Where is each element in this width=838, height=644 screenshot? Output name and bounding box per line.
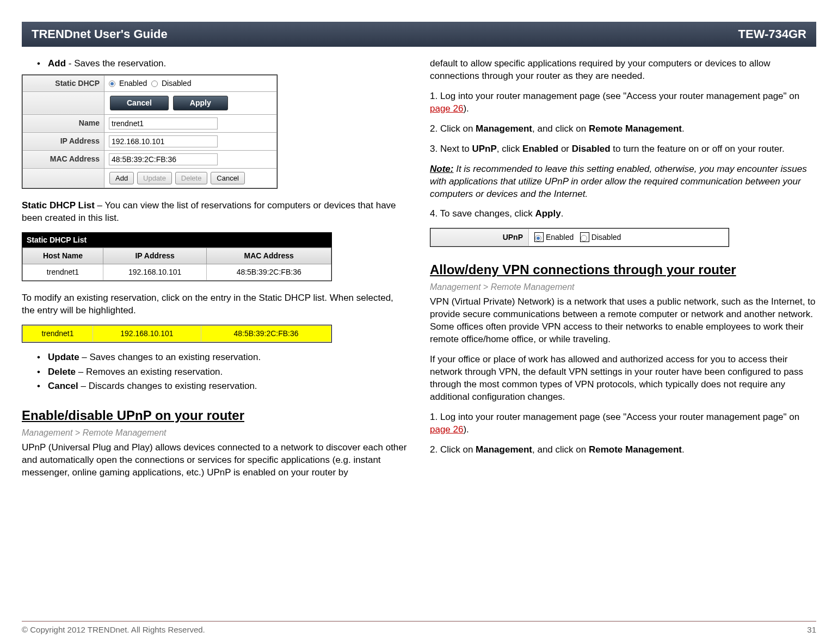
step-3: 3. Next to UPnP, click Enabled or Disabl… [430,143,816,156]
apply-button[interactable]: Apply [173,96,228,110]
mac-input[interactable] [109,153,218,165]
upnp-disabled-radio-icon[interactable] [581,235,587,242]
name-label: Name [23,114,104,132]
radio-enabled-icon[interactable] [109,81,115,87]
static-dhcp-label: Static DHCP [23,75,104,91]
note: Note: It is recommended to leave this se… [430,163,816,201]
footer: © Copyright 2012 TRENDnet. All Rights Re… [22,621,816,634]
upnp-paragraph: UPnP (Universal Plug and Play) allows de… [22,442,408,479]
note-label: Note: [430,164,453,174]
right-column: default to allow specific applications r… [430,58,816,487]
page-number: 31 [807,625,816,634]
breadcrumb: Management > Remote Management [22,427,408,439]
cell-ip: 192.168.10.101 [103,264,206,280]
doc-title: TRENDnet User's Guide [32,27,168,41]
upnp-setting: UPnP Enabled Disabled [430,228,729,247]
bullet-cancel: Cancel – Discards changes to existing re… [37,380,408,393]
bullet-delete: Delete – Removes an existing reservation… [37,366,408,379]
step-1: 1. Log into your router management page … [430,90,816,115]
section-upnp: Enable/disable UPnP on your router [22,407,408,424]
static-dhcp-form: Static DHCP Enabled Disabled Cancel Appl… [22,75,278,189]
del-b: Delete [48,367,76,377]
enabled-text: Enabled [119,79,147,88]
upnp-enabled-radio-icon[interactable] [535,235,541,242]
col-ip: IP Address [103,248,206,264]
can-b: Cancel [48,381,78,391]
ip-input[interactable] [109,135,218,147]
continued-text: default to allow specific applications r… [430,58,816,83]
bullet-add: Add - Saves the reservation. [37,58,408,70]
cancel2-button[interactable]: Cancel [211,172,244,185]
vpn-step-2: 2. Click on Management, and click on Rem… [430,444,816,456]
col-mac: MAC Address [207,248,331,264]
name-input[interactable] [109,117,218,129]
delete-button[interactable]: Delete [175,172,208,185]
disabled-text: Disabled [162,79,191,88]
table-row[interactable]: trendnet1 192.168.10.101 48:5B:39:2C:FB:… [23,264,331,280]
breadcrumb: Management > Remote Management [430,281,816,293]
divider [22,621,816,622]
vpn-para-1: VPN (Virtual Private) Network) is a netw… [430,296,816,346]
static-dhcp-list: Static DHCP List Host Name IP Address MA… [22,232,332,281]
bullet-update: Update – Saves changes to an existing re… [37,351,408,364]
section-vpn: Allow/deny VPN connections through your … [430,261,816,278]
del-rest: – Removes an existing reservation. [76,367,223,377]
vpn-step-1: 1. Log into your router management page … [430,411,816,436]
note-text: It is recommended to leave this setting … [430,164,807,199]
modify-text: To modify an existing reservation, click… [22,292,408,317]
add-desc: - Saves the reservation. [66,58,166,69]
cell-host: trendnet1 [23,264,103,280]
cancel-button[interactable]: Cancel [110,96,169,110]
step-4: 4. To save changes, click Apply. [430,208,816,220]
mac-label: MAC Address [23,150,104,168]
doc-model: TEW-734GR [738,27,806,41]
left-column: Add - Saves the reservation. Static DHCP… [22,58,408,487]
update-button[interactable]: Update [137,172,172,185]
step-2: 2. Click on Management, and click on Rem… [430,123,816,135]
upd-rest: – Saves changes to an existing reservati… [79,352,261,362]
copyright: © Copyright 2012 TRENDnet. All Rights Re… [22,625,205,634]
list-title: Static DHCP List [22,233,331,247]
highlighted-row[interactable]: trendnet1 192.168.10.101 48:5B:39:2C:FB:… [22,325,332,343]
static-dhcp-value: Enabled Disabled [104,75,277,91]
upnp-disabled-text: Disabled [591,233,621,242]
hl-mac: 48:5B:39:2C:FB:36 [201,325,331,342]
doc-header: TRENDnet User's Guide TEW-734GR [22,22,816,47]
upnp-enabled-text: Enabled [546,233,574,242]
page-26-link[interactable]: page 26 [430,103,463,114]
add-label: Add [48,58,66,69]
vpn-para-2: If your office or place of work has allo… [430,354,816,404]
list-intro: Static DHCP List – You can view the list… [22,200,408,225]
radio-disabled-icon[interactable] [151,81,158,87]
col-host: Host Name [23,248,103,264]
can-rest: – Discards changes to existing reservati… [78,381,257,391]
cell-mac: 48:5B:39:2C:FB:36 [207,264,331,280]
upnp-label: UPnP [431,229,529,246]
ip-label: IP Address [23,132,104,150]
hl-ip: 192.168.10.101 [93,325,201,342]
list-intro-b: Static DHCP List [22,200,95,210]
page-26-link[interactable]: page 26 [430,424,463,435]
add-button[interactable]: Add [109,172,134,185]
hl-host: trendnet1 [23,325,93,342]
upd-b: Update [48,352,79,362]
